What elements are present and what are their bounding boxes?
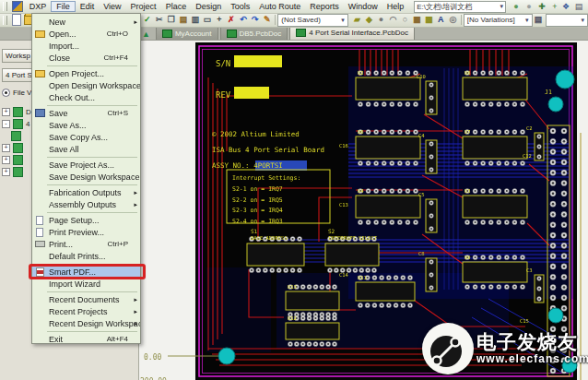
- menu-place[interactable]: Place: [161, 1, 192, 12]
- tree-expander-icon[interactable]: +: [2, 144, 10, 152]
- crosshair-icon[interactable]: +: [549, 1, 560, 12]
- menu-item-save-copy-as[interactable]: Save Copy As...: [32, 131, 140, 143]
- menu-item-open-project[interactable]: Open Project...: [32, 67, 140, 79]
- tree-expander-icon[interactable]: -: [2, 120, 10, 128]
- menu-help[interactable]: Help: [382, 1, 409, 12]
- address-combo[interactable]: E:\文档\培训文档 ▾: [414, 1, 506, 13]
- menu-auto-route[interactable]: Auto Route: [254, 1, 305, 12]
- polygon-icon[interactable]: ▰: [351, 14, 363, 26]
- menu-item-save-design-workspace-as[interactable]: Save Design Workspace As...: [32, 171, 140, 183]
- pad-icon[interactable]: ●: [375, 14, 387, 26]
- silkscreen-text: J1: [545, 89, 552, 96]
- menu-view[interactable]: View: [99, 1, 125, 12]
- menu-item-print-preview[interactable]: Print Preview...: [32, 226, 140, 238]
- menu-dxp[interactable]: DXP: [25, 1, 52, 12]
- empty-combo[interactable]: ▾: [546, 14, 588, 27]
- variations-combo[interactable]: [No Variations] ▾: [464, 14, 533, 27]
- room-icon[interactable]: ▩: [423, 14, 435, 26]
- dxp-logo-icon: [12, 1, 23, 12]
- menu-item-assembly-outputs[interactable]: Assembly Outputs▸: [32, 198, 140, 210]
- circle-icon[interactable]: ○: [399, 14, 411, 26]
- silkscreen-text: U12: [288, 315, 297, 321]
- menu-item-check-out[interactable]: Check Out...: [32, 91, 140, 103]
- redo-icon[interactable]: ↷: [249, 14, 261, 26]
- menu-item-close[interactable]: CloseCtrl+F4: [32, 52, 140, 64]
- tree-item-label: D: [26, 108, 31, 116]
- submenu-arrow-icon: ▸: [134, 296, 137, 303]
- tab-scroll-icon[interactable]: ▲: [142, 30, 150, 39]
- tree-expander-icon[interactable]: +: [2, 156, 10, 164]
- menu-item-save-as[interactable]: Save As...: [32, 119, 140, 131]
- menu-item-open[interactable]: Open...Ctrl+O: [32, 28, 140, 40]
- via-icon[interactable]: ◎: [447, 14, 459, 26]
- submenu-arrow-icon: ▸: [134, 18, 137, 26]
- menu-item-save[interactable]: SaveCtrl+S: [32, 107, 140, 119]
- toolbar-grip[interactable]: [3, 2, 7, 11]
- snippet-icon[interactable]: ❖: [560, 1, 571, 12]
- menu-edit[interactable]: Edit: [76, 1, 100, 12]
- tree-expander-icon[interactable]: +: [2, 168, 10, 176]
- menu-item-new[interactable]: New▸: [32, 16, 140, 28]
- silkscreen-text: C8: [418, 251, 425, 256]
- menu-item-save-all[interactable]: Save All: [32, 143, 140, 155]
- paste-icon[interactable]: ▤: [177, 14, 189, 26]
- arc-icon[interactable]: ◠: [387, 14, 399, 26]
- clipboard-icon[interactable]: ▥: [189, 14, 201, 26]
- silkscreen-text: C16: [339, 143, 348, 148]
- silkscreen-text: C4: [418, 133, 425, 138]
- menu-item-fabrication-outputs[interactable]: Fabrication Outputs▸: [32, 186, 140, 198]
- menu-item-save-project-as[interactable]: Save Project As...: [32, 159, 140, 171]
- cut-icon[interactable]: ✂: [153, 14, 165, 26]
- saved-state-combo[interactable]: (Not Saved) ▾: [277, 14, 348, 27]
- silkscreen-text: S/N: [216, 59, 230, 68]
- menu-item-recent-design-workspaces[interactable]: Recent Design Workspaces▸: [32, 317, 140, 329]
- menu-item-default-prints[interactable]: Default Prints...: [32, 250, 140, 262]
- menu-item-smart-pdf[interactable]: Smart PDF...: [32, 266, 140, 278]
- menu-item-page-setup[interactable]: Page Setup...: [32, 214, 140, 226]
- menu-item-recent-projects[interactable]: Recent Projects▸: [32, 305, 140, 317]
- menu-file[interactable]: File: [51, 1, 76, 12]
- menu-separator: [47, 212, 137, 213]
- menu-design[interactable]: Design: [191, 1, 226, 12]
- toolbar-separator: [275, 15, 276, 25]
- menu-tools[interactable]: Tools: [226, 1, 254, 12]
- menu-item-label: Page Setup...: [49, 216, 100, 225]
- pencil-icon[interactable]: ✎: [261, 14, 273, 26]
- new-document-icon[interactable]: [12, 14, 22, 26]
- move-icon[interactable]: +: [213, 14, 225, 26]
- menu-item-recent-documents[interactable]: Recent Documents▸: [32, 293, 140, 305]
- tab-myaccount[interactable]: MyAccount: [156, 26, 218, 40]
- menu-reports[interactable]: Reports: [305, 1, 344, 12]
- check-icon[interactable]: ✓: [141, 14, 153, 26]
- menu-item-import-wizard[interactable]: Import Wizard: [32, 278, 140, 290]
- menu-item-open-design-workspace[interactable]: Open Design Workspace...: [32, 79, 140, 91]
- tree-expander-icon[interactable]: +: [2, 108, 10, 116]
- text-icon[interactable]: A: [435, 14, 447, 26]
- refresh-icon[interactable]: ●: [523, 1, 535, 12]
- tab-db5-pcbdoc[interactable]: DB5.PcbDoc: [220, 26, 288, 40]
- select-rect-icon[interactable]: ▭: [201, 14, 213, 26]
- menu-item-print[interactable]: Print...Ctrl+P: [32, 238, 140, 250]
- menu-item-exit[interactable]: ExitAlt+F4: [32, 333, 140, 345]
- menu-project[interactable]: Project: [126, 1, 161, 12]
- array-icon[interactable]: ▦: [411, 14, 423, 26]
- silkscreen-text: ASSY NO.: 4PORTSI: [212, 161, 283, 170]
- print-icon[interactable]: ▤: [573, 1, 584, 12]
- toolbar-grip-2[interactable]: [3, 16, 7, 25]
- copy-icon[interactable]: ❐: [165, 14, 177, 26]
- fill-icon[interactable]: ◆: [363, 14, 375, 26]
- save-icon: [35, 109, 45, 117]
- menubar-right-icons: ❖▤: [560, 1, 584, 12]
- pcb-canvas[interactable]: Interrupt Settings:S2-1 on = IRQ7S2-2 on…: [138, 41, 588, 380]
- variant-icon[interactable]: ▤: [533, 14, 544, 26]
- menu-item-shortcut: Alt+F4: [107, 335, 128, 343]
- menu-window[interactable]: Window: [344, 1, 382, 12]
- home-icon[interactable]: ✚: [536, 1, 547, 12]
- interrupt-box-line: S2-1 on = IRQ7: [232, 185, 283, 193]
- cancel-icon[interactable]: ✗: [225, 14, 237, 26]
- project-doc-icon: [11, 131, 21, 141]
- undo-icon[interactable]: ↶: [237, 14, 249, 26]
- menu-item-import[interactable]: Import...: [32, 40, 140, 52]
- back-icon[interactable]: ●: [511, 1, 522, 12]
- menu-item-label: Print...: [49, 240, 73, 249]
